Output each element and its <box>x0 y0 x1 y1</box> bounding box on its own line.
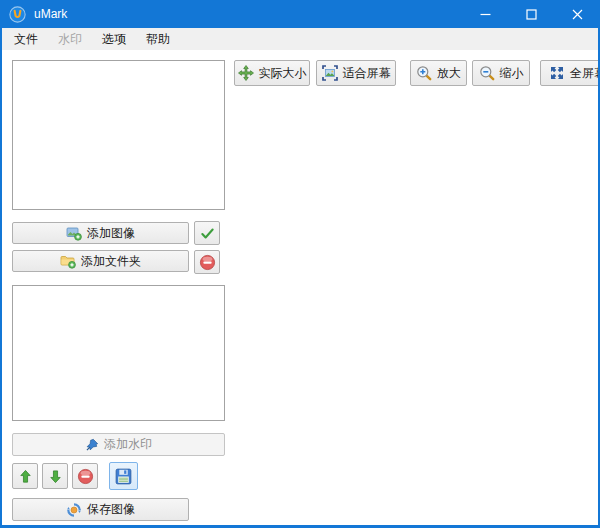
add-folder-label: 添加文件夹 <box>81 253 141 270</box>
save-floppy-icon <box>114 467 133 486</box>
menu-watermark: 水印 <box>48 28 92 50</box>
save-images-button[interactable]: 保存图像 <box>12 498 189 521</box>
add-folder-button[interactable]: 添加文件夹 <box>12 250 189 272</box>
add-image-icon <box>66 225 82 241</box>
remove-icon <box>199 254 216 271</box>
menu-file[interactable]: 文件 <box>4 28 48 50</box>
watermark-list[interactable] <box>12 285 225 421</box>
maximize-button[interactable] <box>508 0 554 28</box>
add-watermark-label: 添加水印 <box>104 436 152 453</box>
titlebar: uMark <box>0 0 600 28</box>
zoom-in-button[interactable]: 放大 <box>410 60 467 86</box>
window-title: uMark <box>34 7 67 21</box>
add-image-label: 添加图像 <box>87 225 135 242</box>
minimize-button[interactable] <box>462 0 508 28</box>
add-folder-icon <box>60 253 76 269</box>
save-images-label: 保存图像 <box>87 501 135 518</box>
move-up-icon <box>18 469 33 484</box>
save-images-icon <box>66 502 82 518</box>
full-screen-label: 全屏幕 <box>570 65 600 82</box>
preview-area <box>234 95 598 525</box>
check-all-button[interactable] <box>194 221 220 245</box>
actual-size-label: 实际大小 <box>259 65 307 82</box>
fullscreen-icon <box>549 65 565 81</box>
umark-logo-icon <box>9 6 26 23</box>
full-screen-button[interactable]: 全屏幕 <box>540 60 600 86</box>
close-icon <box>572 9 583 20</box>
menu-help[interactable]: 帮助 <box>136 28 180 50</box>
remove-image-button[interactable] <box>194 250 220 274</box>
add-watermark-button[interactable]: 添加水印 <box>12 433 225 456</box>
zoom-out-button[interactable]: 缩小 <box>472 60 530 86</box>
minimize-icon <box>480 9 491 20</box>
actual-size-icon <box>238 65 254 81</box>
image-list[interactable] <box>12 60 225 210</box>
zoom-in-label: 放大 <box>437 65 461 82</box>
close-button[interactable] <box>554 0 600 28</box>
watermark-pin-icon <box>85 438 99 452</box>
menubar: 文件 水印 选项 帮助 <box>2 28 598 50</box>
remove-icon <box>77 468 94 485</box>
check-icon <box>200 226 215 241</box>
move-down-icon <box>48 469 63 484</box>
umark-window: uMark 文件 水印 选项 帮助 添加图像 <box>0 0 600 528</box>
zoom-out-icon <box>479 65 495 81</box>
menu-options[interactable]: 选项 <box>92 28 136 50</box>
save-settings-button[interactable] <box>109 462 138 490</box>
move-up-button[interactable] <box>12 463 38 489</box>
fit-screen-icon <box>322 65 338 81</box>
zoom-in-icon <box>416 65 432 81</box>
move-down-button[interactable] <box>42 463 68 489</box>
zoom-out-label: 缩小 <box>500 65 524 82</box>
fit-screen-button[interactable]: 适合屏幕 <box>316 60 396 86</box>
remove-watermark-button[interactable] <box>72 463 98 489</box>
actual-size-button[interactable]: 实际大小 <box>234 60 310 86</box>
maximize-icon <box>526 9 537 20</box>
add-image-button[interactable]: 添加图像 <box>12 222 189 244</box>
fit-screen-label: 适合屏幕 <box>343 65 391 82</box>
